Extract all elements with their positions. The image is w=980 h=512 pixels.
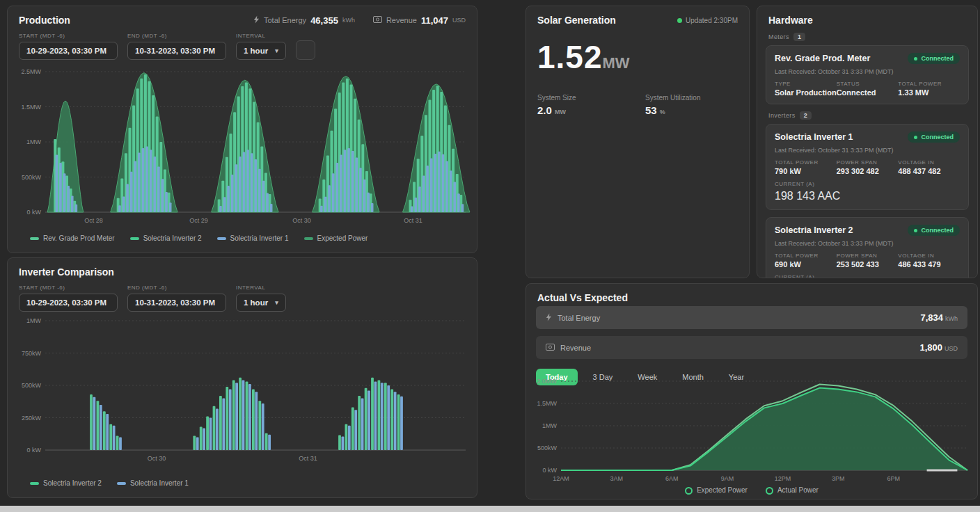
field-value: 790 kW (775, 167, 837, 175)
inverter-card[interactable]: Solectria Inverter 2ConnectedLast Receiv… (766, 217, 969, 278)
field-value: Solar Production (775, 88, 837, 97)
svg-text:500kW: 500kW (22, 382, 42, 389)
field-label: CURRENT (A) (775, 181, 960, 187)
start-label: START (MDT -6) (19, 285, 118, 291)
legend-item[interactable]: Solectria Inverter 1 (117, 479, 189, 487)
last-received: Last Received: October 31 3:33 PM (MDT) (775, 147, 960, 154)
inverter-card[interactable]: Solectria Inverter 1ConnectedLast Receiv… (766, 124, 969, 210)
end-label: END (MDT -6) (127, 285, 226, 291)
inverter-comparison-legend: Solectria Inverter 2Solectria Inverter 1 (19, 479, 200, 487)
production-legend: Rev. Grade Prod MeterSolectria Inverter … (19, 234, 379, 242)
header-metric: Total Energy46,355kWh (253, 15, 355, 26)
system-size-stat: System Size 2.0 MW (537, 94, 645, 116)
system-utilization-stat: System Utilization 53 % (645, 94, 700, 116)
meter-card[interactable]: Rev. Grade Prod. MeterConnectedLast Rece… (766, 45, 969, 104)
svg-text:0 kW: 0 kW (542, 467, 557, 474)
field-value: 1.33 MW (898, 88, 960, 97)
legend-marker-icon (217, 237, 226, 240)
end-datetime-input[interactable]: 10-31-2023, 03:30 PM (127, 294, 226, 312)
status-badge: Connected (908, 131, 960, 143)
field-value: 293 302 482 (837, 167, 899, 175)
legend-ring-icon (685, 487, 693, 495)
legend-item[interactable]: Expected Power (685, 486, 748, 495)
start-datetime-input[interactable]: 10-29-2023, 03:30 PM (19, 42, 118, 60)
actual-vs-expected-legend: Expected PowerActual Power (526, 486, 977, 495)
legend-marker-icon (130, 237, 139, 240)
metric-value: 11,047 (421, 15, 448, 26)
row-value: 1,800 (919, 342, 942, 353)
header-metric: Revenue11,047USD (373, 15, 466, 26)
chevron-down-icon: ▾ (275, 299, 278, 306)
end-datetime-input[interactable]: 10-31-2023, 03:30 PM (127, 42, 226, 60)
legend-marker-icon (117, 482, 126, 485)
status-dot-icon (914, 57, 917, 61)
row-unit: USD (945, 345, 958, 352)
bolt-icon (253, 15, 260, 25)
inverter-comparison-panel: Inverter Comparison START (MDT -6) 10-29… (7, 257, 477, 498)
legend-item[interactable]: Solectria Inverter 2 (130, 234, 202, 242)
svg-text:1MW: 1MW (542, 422, 558, 429)
metric-value: 46,355 (310, 15, 338, 26)
field-label: TOTAL POWER (775, 253, 837, 259)
field-label: POWER SPAN (837, 159, 899, 166)
revenue-icon (373, 16, 382, 24)
svg-text:Oct 31: Oct 31 (299, 455, 317, 462)
interval-select[interactable]: 1 hour ▾ (236, 294, 286, 312)
field-value: 198 143 AAC (775, 190, 960, 202)
legend-marker-icon (30, 237, 39, 240)
svg-text:500kW: 500kW (22, 174, 42, 181)
field-label: CURRENT (A) (775, 274, 960, 278)
device-name: Solectria Inverter 1 (775, 132, 853, 142)
bottom-strip (0, 506, 980, 512)
production-title: Production (19, 15, 70, 26)
inverter-comparison-title: Inverter Comparison (19, 266, 114, 278)
legend-item[interactable]: Expected Power (304, 234, 368, 242)
svg-text:Oct 30: Oct 30 (292, 217, 311, 224)
inverter-comparison-chart: 1MW750kW500kW250kW0 kWOct 30Oct 31 (12, 314, 473, 472)
production-chart: 2.5MW1.5MW1MW500kW0 kWOct 28Oct 29Oct 30… (12, 66, 473, 230)
current-generation-unit: MW (603, 54, 630, 72)
svg-text:Oct 29: Oct 29 (189, 217, 208, 224)
status-dot-icon (677, 18, 682, 23)
revenue-icon (546, 344, 555, 352)
hardware-panel: Hardware Meters 1 Rev. Grade Prod. Meter… (757, 6, 978, 278)
inverters-section-label: Inverters 2 (768, 111, 966, 120)
legend-item[interactable]: Solectria Inverter 1 (217, 234, 289, 242)
legend-item[interactable]: Actual Power (766, 486, 819, 495)
svg-text:6AM: 6AM (665, 475, 679, 482)
svg-text:1MW: 1MW (26, 317, 42, 324)
field-label: TOTAL POWER (775, 159, 837, 166)
current-generation-value: 1.52 (537, 39, 603, 75)
field-value: 486 433 479 (898, 260, 960, 269)
field-label: VOLTAGE IN (898, 159, 960, 166)
hardware-title: Hardware (768, 15, 813, 26)
svg-text:3PM: 3PM (832, 475, 845, 482)
svg-text:500kW: 500kW (537, 445, 558, 451)
row-unit: kWh (945, 315, 958, 322)
last-received: Last Received: October 31 3:33 PM (MDT) (775, 240, 960, 247)
apply-range-button[interactable] (296, 40, 315, 60)
metric-unit: kWh (342, 17, 355, 24)
status-badge: Connected (908, 53, 960, 64)
actual-vs-expected-panel: Actual Vs Expected Total Energy7,834kWhR… (525, 283, 978, 499)
legend-item[interactable]: Solectria Inverter 2 (30, 479, 102, 487)
field-label: TYPE (775, 81, 837, 87)
legend-marker-icon (304, 237, 313, 240)
last-received: Last Received: October 31 3:33 PM (MDT) (775, 68, 960, 75)
svg-text:12PM: 12PM (775, 475, 791, 482)
svg-text:1.5MW: 1.5MW (537, 400, 557, 407)
svg-text:Oct 30: Oct 30 (148, 455, 166, 462)
svg-text:2.5MW: 2.5MW (21, 68, 41, 75)
legend-item[interactable]: Rev. Grade Prod Meter (30, 234, 115, 242)
svg-text:1MW: 1MW (26, 138, 42, 145)
interval-label: INTERVAL (236, 285, 286, 291)
interval-select[interactable]: 1 hour ▾ (236, 42, 286, 60)
svg-text:750kW: 750kW (22, 350, 42, 357)
row-label: Revenue (560, 344, 591, 352)
start-datetime-input[interactable]: 10-29-2023, 03:30 PM (19, 294, 118, 312)
meters-count-badge: 1 (793, 33, 805, 41)
status-dot-icon (914, 136, 917, 139)
chevron-down-icon: ▾ (275, 47, 278, 54)
row-label: Total Energy (558, 314, 600, 322)
svg-text:12AM: 12AM (553, 475, 569, 482)
